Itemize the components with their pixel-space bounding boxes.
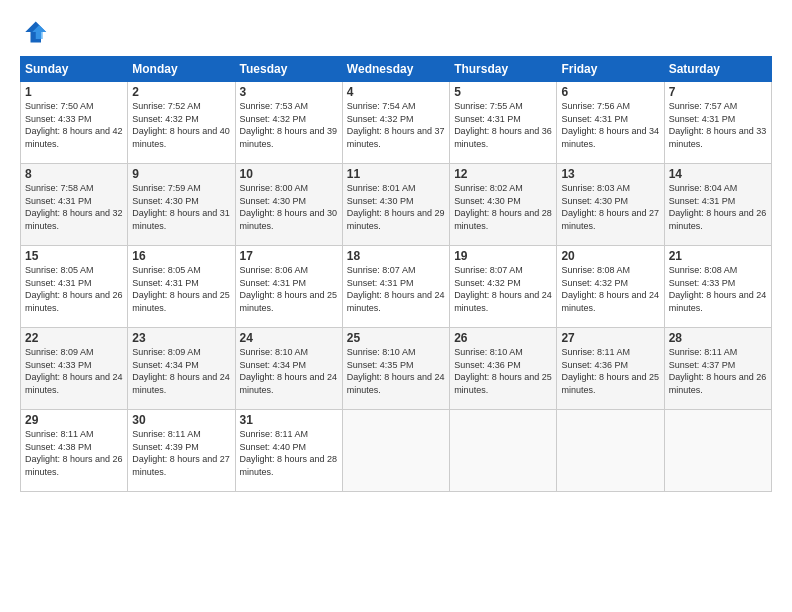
day-info: Sunrise: 7:52 AMSunset: 4:32 PMDaylight:… <box>132 101 230 149</box>
day-info: Sunrise: 8:03 AMSunset: 4:30 PMDaylight:… <box>561 183 659 231</box>
calendar-cell: 6 Sunrise: 7:56 AMSunset: 4:31 PMDayligh… <box>557 82 664 164</box>
header <box>20 18 772 46</box>
calendar-cell: 17 Sunrise: 8:06 AMSunset: 4:31 PMDaylig… <box>235 246 342 328</box>
day-info: Sunrise: 8:11 AMSunset: 4:39 PMDaylight:… <box>132 429 230 477</box>
day-number: 25 <box>347 331 445 345</box>
calendar-cell: 11 Sunrise: 8:01 AMSunset: 4:30 PMDaylig… <box>342 164 449 246</box>
calendar-week-4: 22 Sunrise: 8:09 AMSunset: 4:33 PMDaylig… <box>21 328 772 410</box>
day-number: 17 <box>240 249 338 263</box>
day-info: Sunrise: 8:10 AMSunset: 4:36 PMDaylight:… <box>454 347 552 395</box>
day-number: 30 <box>132 413 230 427</box>
day-number: 2 <box>132 85 230 99</box>
calendar-header-friday: Friday <box>557 57 664 82</box>
calendar-cell: 20 Sunrise: 8:08 AMSunset: 4:32 PMDaylig… <box>557 246 664 328</box>
day-info: Sunrise: 8:09 AMSunset: 4:34 PMDaylight:… <box>132 347 230 395</box>
calendar-cell: 16 Sunrise: 8:05 AMSunset: 4:31 PMDaylig… <box>128 246 235 328</box>
day-info: Sunrise: 8:05 AMSunset: 4:31 PMDaylight:… <box>25 265 123 313</box>
calendar-cell: 29 Sunrise: 8:11 AMSunset: 4:38 PMDaylig… <box>21 410 128 492</box>
day-number: 31 <box>240 413 338 427</box>
day-info: Sunrise: 8:09 AMSunset: 4:33 PMDaylight:… <box>25 347 123 395</box>
day-number: 27 <box>561 331 659 345</box>
calendar-cell: 7 Sunrise: 7:57 AMSunset: 4:31 PMDayligh… <box>664 82 771 164</box>
day-number: 18 <box>347 249 445 263</box>
page-container: SundayMondayTuesdayWednesdayThursdayFrid… <box>0 0 792 502</box>
calendar-cell: 30 Sunrise: 8:11 AMSunset: 4:39 PMDaylig… <box>128 410 235 492</box>
day-number: 10 <box>240 167 338 181</box>
day-number: 14 <box>669 167 767 181</box>
day-number: 29 <box>25 413 123 427</box>
calendar-cell: 18 Sunrise: 8:07 AMSunset: 4:31 PMDaylig… <box>342 246 449 328</box>
calendar-header-thursday: Thursday <box>450 57 557 82</box>
day-info: Sunrise: 8:06 AMSunset: 4:31 PMDaylight:… <box>240 265 338 313</box>
day-info: Sunrise: 8:11 AMSunset: 4:38 PMDaylight:… <box>25 429 123 477</box>
calendar-cell <box>557 410 664 492</box>
calendar-header-wednesday: Wednesday <box>342 57 449 82</box>
calendar-cell: 12 Sunrise: 8:02 AMSunset: 4:30 PMDaylig… <box>450 164 557 246</box>
calendar-week-3: 15 Sunrise: 8:05 AMSunset: 4:31 PMDaylig… <box>21 246 772 328</box>
day-info: Sunrise: 8:08 AMSunset: 4:33 PMDaylight:… <box>669 265 767 313</box>
calendar-table: SundayMondayTuesdayWednesdayThursdayFrid… <box>20 56 772 492</box>
calendar-cell: 15 Sunrise: 8:05 AMSunset: 4:31 PMDaylig… <box>21 246 128 328</box>
calendar-cell: 3 Sunrise: 7:53 AMSunset: 4:32 PMDayligh… <box>235 82 342 164</box>
day-number: 23 <box>132 331 230 345</box>
day-info: Sunrise: 8:07 AMSunset: 4:32 PMDaylight:… <box>454 265 552 313</box>
calendar-header-saturday: Saturday <box>664 57 771 82</box>
day-info: Sunrise: 8:10 AMSunset: 4:35 PMDaylight:… <box>347 347 445 395</box>
calendar-week-2: 8 Sunrise: 7:58 AMSunset: 4:31 PMDayligh… <box>21 164 772 246</box>
day-info: Sunrise: 8:10 AMSunset: 4:34 PMDaylight:… <box>240 347 338 395</box>
day-number: 20 <box>561 249 659 263</box>
calendar-cell: 31 Sunrise: 8:11 AMSunset: 4:40 PMDaylig… <box>235 410 342 492</box>
day-number: 12 <box>454 167 552 181</box>
day-info: Sunrise: 8:04 AMSunset: 4:31 PMDaylight:… <box>669 183 767 231</box>
day-number: 28 <box>669 331 767 345</box>
calendar-header-monday: Monday <box>128 57 235 82</box>
day-number: 11 <box>347 167 445 181</box>
calendar-header-sunday: Sunday <box>21 57 128 82</box>
day-info: Sunrise: 8:11 AMSunset: 4:40 PMDaylight:… <box>240 429 338 477</box>
calendar-cell: 25 Sunrise: 8:10 AMSunset: 4:35 PMDaylig… <box>342 328 449 410</box>
day-number: 24 <box>240 331 338 345</box>
day-info: Sunrise: 7:56 AMSunset: 4:31 PMDaylight:… <box>561 101 659 149</box>
calendar-cell <box>450 410 557 492</box>
day-info: Sunrise: 8:07 AMSunset: 4:31 PMDaylight:… <box>347 265 445 313</box>
calendar-cell: 19 Sunrise: 8:07 AMSunset: 4:32 PMDaylig… <box>450 246 557 328</box>
day-number: 4 <box>347 85 445 99</box>
day-info: Sunrise: 7:53 AMSunset: 4:32 PMDaylight:… <box>240 101 338 149</box>
calendar-cell: 28 Sunrise: 8:11 AMSunset: 4:37 PMDaylig… <box>664 328 771 410</box>
calendar-cell <box>664 410 771 492</box>
calendar-cell: 24 Sunrise: 8:10 AMSunset: 4:34 PMDaylig… <box>235 328 342 410</box>
calendar-cell: 13 Sunrise: 8:03 AMSunset: 4:30 PMDaylig… <box>557 164 664 246</box>
day-number: 1 <box>25 85 123 99</box>
day-number: 15 <box>25 249 123 263</box>
logo-icon <box>20 18 48 46</box>
calendar-cell: 26 Sunrise: 8:10 AMSunset: 4:36 PMDaylig… <box>450 328 557 410</box>
day-number: 9 <box>132 167 230 181</box>
day-info: Sunrise: 7:55 AMSunset: 4:31 PMDaylight:… <box>454 101 552 149</box>
calendar-week-1: 1 Sunrise: 7:50 AMSunset: 4:33 PMDayligh… <box>21 82 772 164</box>
day-info: Sunrise: 8:05 AMSunset: 4:31 PMDaylight:… <box>132 265 230 313</box>
day-info: Sunrise: 8:11 AMSunset: 4:37 PMDaylight:… <box>669 347 767 395</box>
day-number: 8 <box>25 167 123 181</box>
calendar-cell <box>342 410 449 492</box>
day-info: Sunrise: 8:11 AMSunset: 4:36 PMDaylight:… <box>561 347 659 395</box>
calendar-cell: 14 Sunrise: 8:04 AMSunset: 4:31 PMDaylig… <box>664 164 771 246</box>
day-number: 7 <box>669 85 767 99</box>
calendar-cell: 23 Sunrise: 8:09 AMSunset: 4:34 PMDaylig… <box>128 328 235 410</box>
day-info: Sunrise: 7:57 AMSunset: 4:31 PMDaylight:… <box>669 101 767 149</box>
calendar-cell: 10 Sunrise: 8:00 AMSunset: 4:30 PMDaylig… <box>235 164 342 246</box>
logo <box>20 18 52 46</box>
day-number: 3 <box>240 85 338 99</box>
calendar-cell: 8 Sunrise: 7:58 AMSunset: 4:31 PMDayligh… <box>21 164 128 246</box>
day-info: Sunrise: 8:00 AMSunset: 4:30 PMDaylight:… <box>240 183 338 231</box>
day-info: Sunrise: 8:08 AMSunset: 4:32 PMDaylight:… <box>561 265 659 313</box>
calendar-cell: 9 Sunrise: 7:59 AMSunset: 4:30 PMDayligh… <box>128 164 235 246</box>
day-number: 5 <box>454 85 552 99</box>
day-number: 22 <box>25 331 123 345</box>
day-info: Sunrise: 7:50 AMSunset: 4:33 PMDaylight:… <box>25 101 123 149</box>
calendar-cell: 4 Sunrise: 7:54 AMSunset: 4:32 PMDayligh… <box>342 82 449 164</box>
day-number: 19 <box>454 249 552 263</box>
day-info: Sunrise: 8:01 AMSunset: 4:30 PMDaylight:… <box>347 183 445 231</box>
calendar-header-row: SundayMondayTuesdayWednesdayThursdayFrid… <box>21 57 772 82</box>
calendar-header-tuesday: Tuesday <box>235 57 342 82</box>
day-info: Sunrise: 7:59 AMSunset: 4:30 PMDaylight:… <box>132 183 230 231</box>
